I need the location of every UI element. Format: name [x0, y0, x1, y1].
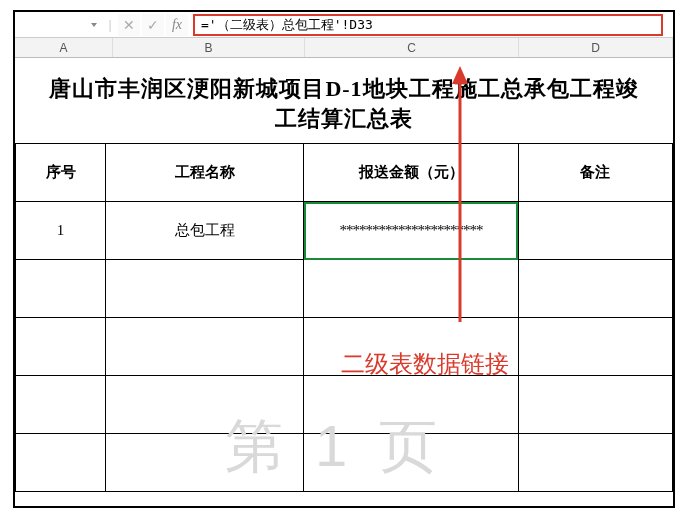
cell-remark[interactable] [518, 202, 672, 260]
cell-amount[interactable] [304, 260, 518, 318]
table-row [16, 376, 673, 434]
cell-name[interactable] [106, 376, 304, 434]
cell-name[interactable] [106, 318, 304, 376]
header-seq[interactable]: 序号 [16, 144, 106, 202]
cell-amount-active[interactable]: ********************** [304, 202, 518, 260]
formula-input-highlight: ='（二级表）总包工程'!D33 [193, 14, 663, 36]
column-headers: A B C D [15, 38, 673, 58]
header-name[interactable]: 工程名称 [106, 144, 304, 202]
confirm-button[interactable]: ✓ [142, 14, 164, 36]
header-remark[interactable]: 备注 [518, 144, 672, 202]
cancel-button[interactable]: ✕ [118, 14, 140, 36]
formula-input[interactable]: ='（二级表）总包工程'!D33 [201, 16, 373, 34]
separator: | [103, 14, 117, 36]
cell-seq[interactable] [16, 260, 106, 318]
cell-name[interactable] [106, 434, 304, 492]
chevron-down-icon [91, 23, 97, 27]
table-row [16, 434, 673, 492]
cell-seq[interactable] [16, 318, 106, 376]
cell-name[interactable]: 总包工程 [106, 202, 304, 260]
cell-remark[interactable] [518, 376, 672, 434]
sheet-area: 唐山市丰润区浭阳新城项目D-1地块工程施工总承包工程竣工结算汇总表 序号 工程名… [15, 58, 673, 492]
table-header-row: 序号 工程名称 报送金额（元） 备注 [16, 144, 673, 202]
annotation-text: 二级表数据链接 [341, 348, 509, 380]
page-title: 唐山市丰润区浭阳新城项目D-1地块工程施工总承包工程竣工结算汇总表 [15, 58, 673, 143]
col-header-a[interactable]: A [15, 38, 113, 57]
cell-amount[interactable] [304, 376, 518, 434]
col-header-b[interactable]: B [113, 38, 305, 57]
table-row: 1 总包工程 ********************** [16, 202, 673, 260]
fx-button[interactable]: fx [166, 14, 188, 36]
cell-seq[interactable] [16, 376, 106, 434]
cell-remark[interactable] [518, 318, 672, 376]
cell-amount[interactable] [304, 434, 518, 492]
formula-bar: | ✕ ✓ fx ='（二级表）总包工程'!D33 [15, 12, 673, 38]
header-amount[interactable]: 报送金额（元） [304, 144, 518, 202]
data-table: 序号 工程名称 报送金额（元） 备注 1 总包工程 **************… [15, 143, 673, 492]
col-header-d[interactable]: D [519, 38, 673, 57]
col-header-c[interactable]: C [305, 38, 519, 57]
cell-remark[interactable] [518, 434, 672, 492]
table-row [16, 260, 673, 318]
cell-seq[interactable]: 1 [16, 202, 106, 260]
name-box[interactable] [23, 14, 103, 36]
cell-remark[interactable] [518, 260, 672, 318]
cell-seq[interactable] [16, 434, 106, 492]
app-frame: | ✕ ✓ fx ='（二级表）总包工程'!D33 A B C D 唐山市丰润区… [13, 10, 675, 508]
cell-name[interactable] [106, 260, 304, 318]
